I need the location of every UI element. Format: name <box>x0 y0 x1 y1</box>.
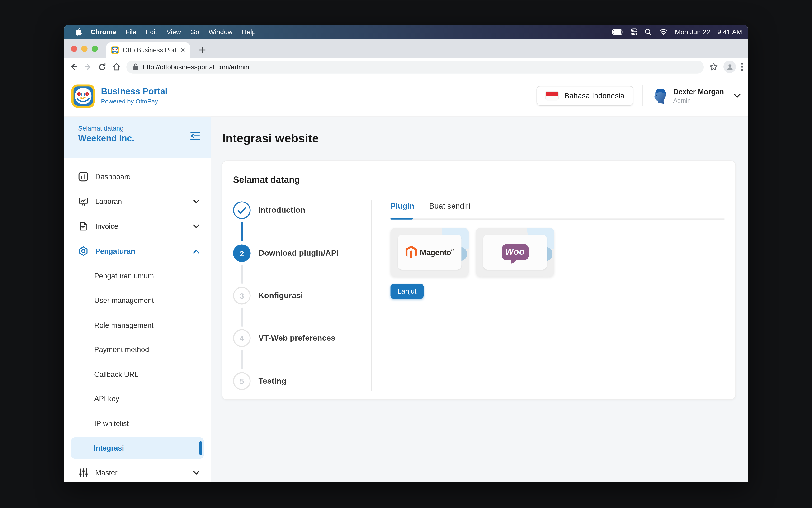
menu-item-help[interactable]: Help <box>237 28 260 36</box>
chevron-up-icon <box>193 249 200 254</box>
browser-tab[interactable]: Otto Business Portal ✕ <box>106 42 190 58</box>
menu-item-file[interactable]: File <box>121 28 141 36</box>
forward-icon[interactable] <box>83 62 93 72</box>
report-icon <box>78 196 89 207</box>
menu-item-chrome[interactable]: Chrome <box>86 28 121 36</box>
sidebar-subitem-role-management[interactable]: Role management <box>63 313 211 337</box>
invoice-icon <box>78 221 89 231</box>
sidebar-nav: Dashboard Laporan <box>63 158 211 482</box>
menubar-date: Mon Jun 22 <box>675 28 710 36</box>
brand: TT PAY Business Portal Powered by OttoPa… <box>71 84 168 108</box>
step-download-plugin-api[interactable]: 2 Download plugin/API <box>233 244 339 262</box>
language-selector-button[interactable]: Bahasa Indonesia <box>536 86 633 105</box>
url-text: http://ottobusinessportal.com/admin <box>143 63 249 71</box>
user-name: Dexter Morgan <box>673 88 724 96</box>
brand-subtitle: Powered by OttoPay <box>101 98 167 105</box>
sidebar-item-label: Pengaturan <box>95 247 135 255</box>
menu-item-edit[interactable]: Edit <box>141 28 162 36</box>
browser-menu-icon[interactable] <box>741 63 743 71</box>
step-connector <box>241 350 243 369</box>
apple-menu-icon[interactable] <box>75 28 82 36</box>
step-label: Testing <box>258 377 286 386</box>
active-tab-indicator <box>391 218 413 220</box>
step-number: 4 <box>233 329 251 347</box>
wizard-card: Selamat datang Introduction 2 Download p… <box>222 161 736 400</box>
menu-item-go[interactable]: Go <box>186 28 204 36</box>
chevron-down-icon <box>193 470 200 475</box>
menu-item-view[interactable]: View <box>162 28 186 36</box>
tab-buat-sendiri[interactable]: Buat sendiri <box>429 201 470 210</box>
user-avatar <box>651 88 668 104</box>
battery-icon <box>612 29 624 35</box>
app-header: TT PAY Business Portal Powered by OttoPa… <box>63 76 748 116</box>
step-label: VT-Web preferences <box>258 334 335 343</box>
step-introduction[interactable]: Introduction <box>233 201 305 219</box>
home-icon[interactable] <box>112 62 121 72</box>
sidebar-item-laporan[interactable]: Laporan <box>63 189 211 214</box>
sidebar-subitem-api-key[interactable]: API key <box>63 386 211 411</box>
step-konfigurasi[interactable]: 3 Konfigurasi <box>233 287 303 304</box>
active-item-label: Integrasi <box>94 444 124 452</box>
sliders-icon <box>78 468 89 478</box>
wifi-icon[interactable] <box>659 29 668 35</box>
sidebar-item-invoice[interactable]: Invoice <box>63 214 211 239</box>
minimize-window-button[interactable] <box>81 45 87 51</box>
step-testing[interactable]: 5 Testing <box>233 372 287 390</box>
sidebar-subitem-user-management[interactable]: User management <box>63 288 211 313</box>
sidebar-subitem-integrasi-active[interactable]: Integrasi <box>71 437 204 459</box>
sidebar-subitem-pengaturan-umum[interactable]: Pengaturan umum <box>63 263 211 288</box>
sidebar-item-label: Laporan <box>95 197 122 206</box>
plugin-card-woocommerce[interactable]: Woo <box>476 228 554 277</box>
step-number: 3 <box>233 287 251 304</box>
sidebar-subitem-ip-whitelist[interactable]: IP whitelist <box>63 411 211 436</box>
sidebar-subitem-payment-method[interactable]: Payment method <box>63 337 211 362</box>
tab-favicon <box>111 46 119 54</box>
sidebar: Selamat datang Weekend Inc. Dashboard <box>63 117 211 482</box>
bookmark-star-icon[interactable] <box>709 62 718 72</box>
close-window-button[interactable] <box>71 45 77 51</box>
sidebar-item-label: Invoice <box>95 222 118 230</box>
sidebar-item-master[interactable]: Master <box>63 460 211 482</box>
settings-icon <box>78 246 89 256</box>
window-controls <box>71 39 98 58</box>
sidebar-subitem-callback-url[interactable]: Callback URL <box>63 362 211 387</box>
tab-strip: Otto Business Portal ✕ <box>63 39 748 58</box>
svg-text:TT: TT <box>81 91 86 96</box>
new-tab-button[interactable] <box>198 46 206 54</box>
magento-wordmark: Magento® <box>420 248 454 257</box>
user-chevron-down-icon[interactable] <box>733 93 741 98</box>
plugin-tabs: Plugin Buat sendiri <box>391 201 725 210</box>
browser-window: Chrome File Edit View Go Window Help <box>63 25 748 482</box>
sidebar-item-dashboard[interactable]: Dashboard <box>63 164 211 189</box>
lock-icon[interactable] <box>132 63 139 71</box>
main-content: Integrasi website Selamat datang Introdu… <box>211 117 749 482</box>
menu-item-window[interactable]: Window <box>204 28 237 36</box>
brand-title: Business Portal <box>101 86 167 97</box>
screen: Chrome File Edit View Go Window Help <box>0 0 812 508</box>
indonesia-flag-icon <box>545 91 559 100</box>
browser-profile-icon[interactable] <box>723 60 736 73</box>
tab-plugin[interactable]: Plugin <box>391 201 414 210</box>
tab-close-icon[interactable]: ✕ <box>180 47 185 53</box>
continue-button[interactable]: Lanjut <box>391 284 424 299</box>
step-vt-web-preferences[interactable]: 4 VT-Web preferences <box>233 329 336 347</box>
spotlight-search-icon[interactable] <box>645 28 652 36</box>
magento-logo-icon <box>405 246 417 259</box>
control-center-icon[interactable] <box>631 28 638 36</box>
plugin-pane: Plugin Buat sendiri <box>391 201 725 299</box>
chevron-down-icon <box>193 224 200 228</box>
tab-underline <box>391 218 725 220</box>
stepper-divider <box>371 200 372 391</box>
zoom-window-button[interactable] <box>92 45 98 51</box>
step-connector <box>241 265 243 284</box>
address-bar[interactable]: http://ottobusinessportal.com/admin <box>126 60 704 73</box>
user-menu[interactable]: Dexter Morgan Admin <box>651 88 741 104</box>
back-icon[interactable] <box>69 62 78 72</box>
reload-icon[interactable] <box>98 62 106 71</box>
user-role: Admin <box>673 97 724 104</box>
plugin-card-magento[interactable]: Magento® <box>391 228 469 277</box>
step-connector <box>241 222 243 242</box>
dashboard-icon <box>78 171 89 182</box>
collapse-sidebar-icon[interactable] <box>189 130 201 142</box>
sidebar-item-pengaturan[interactable]: Pengaturan <box>63 239 211 263</box>
